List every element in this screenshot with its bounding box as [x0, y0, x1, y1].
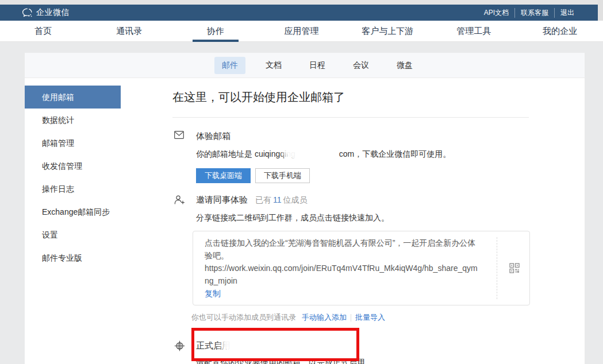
- activation-description: 请配置你的企业要使用的邮箱，以完成正式启用。: [196, 357, 533, 364]
- section-official-activation: 正式启用 请配置你的企业要使用的邮箱，以完成正式启用。 当前域名n.com 配置: [172, 340, 533, 364]
- invite-title: 邀请同事体验: [196, 195, 248, 206]
- nav-item-app-management[interactable]: 应用管理: [259, 21, 345, 41]
- collaboration-tabstrip: 邮件 文档 日程 会议 微盘: [25, 53, 585, 78]
- trial-description: 你的邮箱地址是 cuiqingqingcom，下载企业微信即可使用。: [196, 148, 533, 160]
- nav-label: 管理工具: [456, 26, 491, 37]
- sidebar-item-mail-pro[interactable]: 邮件专业版: [25, 246, 121, 269]
- nav-label: 协作: [207, 26, 224, 37]
- share-link-box: 点击链接加入我的企业“芜湖海音智能机器人有限公司”，一起开启全新办公体验吧。 h…: [193, 231, 530, 305]
- nav-item-home[interactable]: 首页: [0, 21, 86, 41]
- app-topbar: 企业微信 API文档 联系客服 退出: [0, 5, 603, 21]
- manual-add-link[interactable]: 手动输入添加: [302, 312, 347, 323]
- share-invite-text: 点击链接加入我的企业“芜湖海音智能机器人有限公司”，一起开启全新办公体验吧。: [205, 237, 480, 262]
- topbar-link-api-docs[interactable]: API文档: [478, 8, 514, 18]
- topbar-links: API文档 联系客服 退出: [478, 8, 580, 18]
- topbar-link-logout[interactable]: 退出: [554, 8, 580, 18]
- tab-docs[interactable]: 文档: [258, 57, 289, 74]
- nav-label: 客户与上下游: [362, 26, 413, 37]
- manual-add-line: 你也可以手动添加成员到通讯录 手动输入添加 批量导入: [191, 312, 533, 323]
- member-count-badge: 已有11位成员: [255, 195, 308, 206]
- section-trial-mailbox: 体验邮箱 你的邮箱地址是 cuiqingqingcom，下载企业微信即可使用。 …: [172, 131, 533, 183]
- main-card: 邮件 文档 日程 会议 微盘 使用邮箱 数据统计 邮箱管理 收发信管理 操作日志…: [25, 53, 585, 364]
- qr-code-icon[interactable]: [509, 263, 520, 273]
- email-text-prefix: 你的邮箱地址是 cuiqingqing: [196, 149, 295, 158]
- link-separator: [351, 314, 351, 322]
- sidebar-item-statistics[interactable]: 数据统计: [25, 109, 121, 131]
- nav-label: 我的企业: [543, 26, 577, 37]
- copy-link-button[interactable]: 复制: [205, 289, 221, 298]
- sidebar-item-send-receive[interactable]: 收发信管理: [25, 154, 121, 177]
- browser-edge-strip: [0, 0, 603, 5]
- scrollbar[interactable]: [598, 0, 603, 21]
- crosshair-globe-icon: [174, 340, 185, 351]
- mail-content: 在这里，可以开始使用企业邮箱了 体验邮箱 你的邮箱地址是 cuiqingqing…: [121, 78, 585, 364]
- nav-item-collaboration[interactable]: 协作: [172, 21, 259, 41]
- envelope-icon: [174, 131, 184, 139]
- person-add-icon: [174, 195, 185, 205]
- sidebar-item-mailbox-management[interactable]: 邮箱管理: [25, 131, 121, 154]
- sidebar-item-exchange-sync[interactable]: Exchange邮箱同步: [25, 200, 121, 223]
- trial-title: 体验邮箱: [196, 131, 231, 142]
- nav-label: 首页: [34, 26, 52, 37]
- invite-description: 分享链接或二维码到工作群，成员点击链接快速加入。: [196, 212, 533, 223]
- active-nav-underline: [193, 40, 239, 42]
- tab-drive[interactable]: 微盘: [389, 57, 420, 74]
- nav-label: 通讯录: [116, 26, 142, 37]
- download-desktop-button[interactable]: 下载桌面端: [196, 168, 251, 183]
- topbar-link-contact-support[interactable]: 联系客服: [514, 8, 554, 18]
- brand-logo[interactable]: 企业微信: [22, 7, 70, 18]
- nav-item-customers[interactable]: 客户与上下游: [344, 21, 431, 41]
- email-text-suffix: com，下载企业微信即可使用。: [339, 149, 451, 158]
- sidebar-item-settings[interactable]: 设置: [25, 223, 121, 246]
- download-buttons: 下载桌面端 下载手机端: [196, 168, 533, 183]
- tab-calendar[interactable]: 日程: [302, 57, 333, 74]
- tab-mail[interactable]: 邮件: [214, 57, 245, 74]
- nav-item-my-company[interactable]: 我的企业: [517, 21, 603, 41]
- main-navbar: 首页 通讯录 协作 应用管理 客户与上下游 管理工具 我的企业: [0, 21, 603, 42]
- brand-name: 企业微信: [36, 7, 70, 18]
- dashed-divider: [497, 237, 497, 299]
- nav-item-contacts[interactable]: 通讯录: [86, 21, 172, 41]
- section-invite-colleagues: 邀请同事体验 已有11位成员 分享链接或二维码到工作群，成员点击链接快速加入。 …: [172, 195, 533, 323]
- batch-import-link[interactable]: 批量导入: [355, 312, 385, 323]
- sidebar-item-use-mailbox[interactable]: 使用邮箱: [25, 86, 121, 109]
- tab-meeting[interactable]: 会议: [345, 57, 377, 74]
- nav-item-admin-tools[interactable]: 管理工具: [431, 21, 517, 41]
- activation-title: 正式启用: [196, 340, 231, 351]
- badge-prefix: 已有: [255, 195, 271, 204]
- member-count: 11: [271, 195, 283, 204]
- manual-hint: 你也可以手动添加成员到通讯录: [191, 312, 296, 323]
- share-invite-url: https://work.weixin.qq.com/join/ERuTq4mV…: [205, 262, 480, 287]
- page-title: 在这里，可以开始使用企业邮箱了: [172, 90, 529, 118]
- wechat-work-bubble-icon: [22, 8, 33, 17]
- badge-suffix: 位成员: [283, 195, 308, 204]
- mail-sidebar: 使用邮箱 数据统计 邮箱管理 收发信管理 操作日志 Exchange邮箱同步 设…: [25, 78, 121, 364]
- nav-label: 应用管理: [285, 26, 319, 37]
- download-mobile-button[interactable]: 下载手机端: [255, 168, 310, 183]
- sidebar-item-operation-log[interactable]: 操作日志: [25, 177, 121, 200]
